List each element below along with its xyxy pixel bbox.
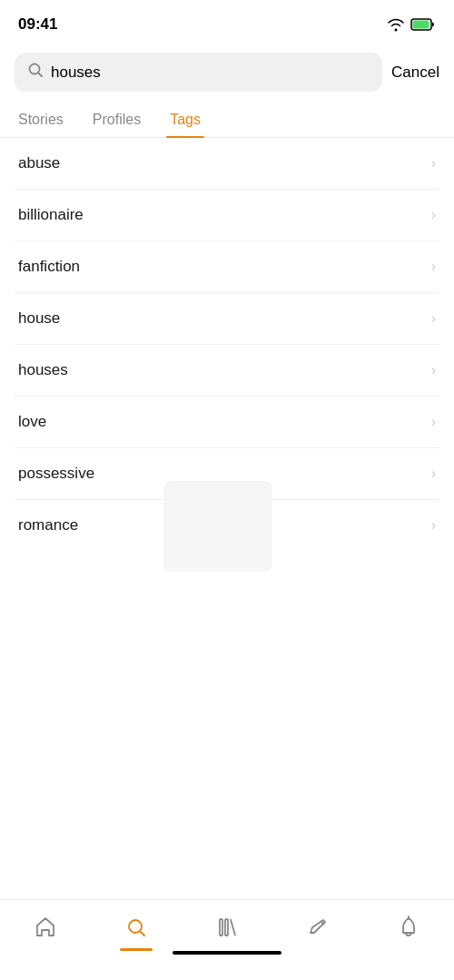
tab-stories[interactable]: Stories [15,103,82,137]
nav-active-indicator [120,948,153,951]
chevron-right-icon: › [431,362,436,378]
svg-rect-5 [225,919,228,936]
nav-item-home[interactable] [18,911,73,944]
chevron-right-icon: › [431,259,436,275]
nav-items [0,911,454,944]
nav-item-write[interactable] [291,911,345,944]
status-bar: 09:41 [0,0,454,45]
wifi-icon [387,17,405,32]
tag-item-fanfiction[interactable]: fanfiction › [15,241,439,293]
tag-item-house[interactable]: house › [15,293,439,345]
svg-rect-1 [413,21,429,29]
nav-item-notifications[interactable] [381,911,436,944]
tag-item-houses[interactable]: houses › [15,345,439,397]
search-input-wrapper[interactable] [15,53,382,92]
chevron-right-icon: › [431,310,436,327]
cancel-button[interactable]: Cancel [391,64,439,82]
tabs-container: Stories Profiles Tags [0,103,454,138]
chevron-right-icon: › [431,207,436,223]
nav-item-search[interactable] [109,911,163,944]
chevron-right-icon: › [431,414,436,430]
status-time: 09:41 [18,15,57,34]
nav-item-library[interactable] [200,911,254,944]
home-indicator [173,951,281,955]
search-input[interactable] [51,64,370,82]
chevron-right-icon: › [431,466,436,482]
tag-item-love[interactable]: love › [15,397,439,448]
tab-profiles[interactable]: Profiles [89,103,159,137]
svg-point-2 [30,64,40,74]
popup-overlay [163,481,272,572]
tag-item-abuse[interactable]: abuse › [15,138,439,190]
battery-icon [410,17,436,32]
tag-item-billionaire[interactable]: billionaire › [15,190,439,241]
svg-rect-4 [220,919,222,936]
status-icons [387,17,436,32]
bottom-nav [0,899,454,980]
chevron-right-icon: › [431,155,436,172]
tab-tags[interactable]: Tags [166,103,219,137]
chevron-right-icon: › [431,517,436,534]
search-bar-container: Cancel [0,45,454,103]
search-icon [27,62,44,83]
